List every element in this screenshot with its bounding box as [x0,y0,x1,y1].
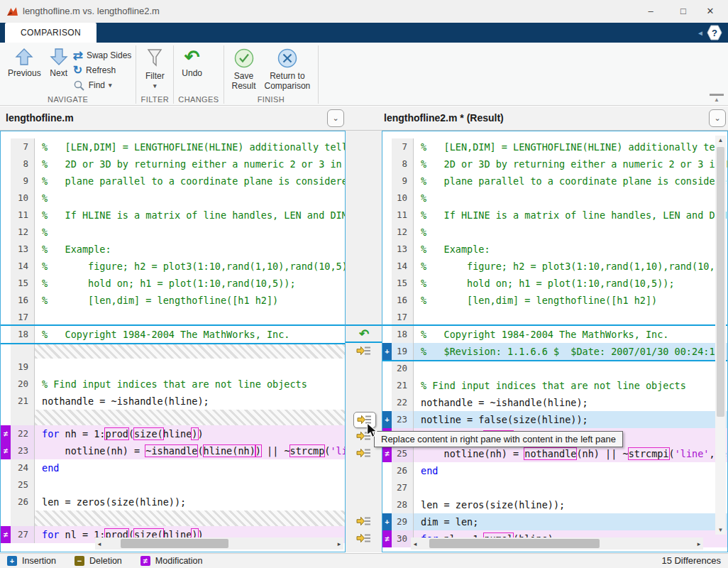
code-line[interactable]: 25 [1,476,345,493]
scroll-left-icon[interactable]: ◂ [95,540,104,547]
code-line[interactable]: 24end [1,459,345,476]
right-vertical-scrollbar[interactable]: ▲ ▼ [715,136,726,535]
code-line[interactable]: 10% [382,190,727,207]
code-line[interactable]: 12% [382,224,727,241]
right-horizontal-scrollbar[interactable]: ◂ ▸ [411,537,703,550]
maximize-button[interactable]: □ [671,3,695,20]
code-line[interactable]: 15% hold on; h1 = plot(1:10,rand(10,5)); [382,275,727,292]
code-line[interactable]: 26len = zeros(size(hline)); [1,493,345,510]
window-title: lengthofline.m vs. lengthofline2.m [23,6,160,16]
code-text: end [414,462,727,479]
refresh-button[interactable]: ↻Refresh [73,64,132,77]
next-button[interactable]: Next [46,45,72,78]
line-number: 27 [392,479,414,496]
code-segment: % plane parallel to a coordinate plane i… [42,175,345,187]
code-segment: % [42,192,48,204]
status-bar: +Insertion−Deletion≠Modification 15 Diff… [0,553,728,568]
minimize-button[interactable]: – [639,3,663,20]
code-segment: dim = len; [421,516,478,528]
code-line[interactable]: 16% [len,dim] = lengthofline([h1 h2]) [382,292,727,309]
scroll-track[interactable] [104,537,335,550]
help-icon[interactable]: ? [707,25,722,40]
code-line[interactable]: ≠23 notline(nh) = ~ishandle(hline(nh)) |… [1,442,345,459]
code-line[interactable]: ≠22for nh = 1:prod(size(hline)) [1,425,345,442]
code-text [414,360,727,377]
code-line[interactable]: 11% If HLINE is a matrix of line handles… [1,207,345,224]
code-line[interactable]: ≠25 notline(nh) = nothandle(nh) || ~strc… [382,445,727,462]
scroll-up-icon[interactable]: ▲ [715,137,726,143]
find-button[interactable]: Find▾ [73,79,132,92]
code-line[interactable]: 18% Copyright 1984-2004 The MathWorks, I… [1,326,345,343]
scroll-left-icon[interactable]: ◂ [411,540,419,547]
code-line[interactable]: 13% Example: [382,241,727,258]
help-control[interactable]: ◄ ? [697,25,722,40]
code-line[interactable]: +19% $Revision: 1.1.6.6 $ $Date: 2007/01… [382,343,727,360]
code-line[interactable]: 16% [len,dim] = lengthofline([h1 h2]) [1,292,345,309]
code-line[interactable]: 18% Copyright 1984-2004 The MathWorks, I… [382,326,727,343]
scroll-right-icon[interactable]: ▸ [335,540,343,547]
line-number: 22 [392,394,414,411]
code-segment: hline [163,428,192,439]
code-line[interactable]: 7% [LEN,DIM] = LENGTHOFLINE(HLINE) addit… [1,138,345,155]
code-line[interactable]: 8% 2D or 3D by returning either a numeri… [1,155,345,173]
code-line[interactable]: 14% figure; h2 = plot3(1:10,rand(1,10),r… [1,258,345,275]
code-line[interactable]: 17 [382,309,727,326]
hatch-row [1,410,345,425]
code-line[interactable]: 17 [1,309,345,326]
marker-column [1,155,11,173]
code-line[interactable]: 28len = zeros(size(hline)); [382,496,727,513]
collapse-toolstrip-button[interactable]: ▲ [710,94,724,105]
code-text: for nh = 1:prod(size(hline)) [35,425,345,442]
code-line[interactable]: 19 [1,359,345,376]
code-line[interactable]: 13% Example: [1,241,345,258]
scroll-right-icon[interactable]: ▸ [695,540,703,547]
close-button[interactable]: ✕ [698,3,722,20]
replace-content-button[interactable] [353,446,375,461]
code-line[interactable]: 22nothandle = ~ishandle(hline); [382,394,727,411]
marker-column [1,359,11,376]
left-pane-menu-button[interactable]: ⌄ [327,109,344,127]
code-line[interactable]: 21% Find input indices that are not line… [382,377,727,394]
toolbar-separator [318,45,319,104]
marker-column: ≠ [382,530,392,547]
code-line[interactable]: 20% Find input indices that are not line… [1,376,345,393]
code-line[interactable]: 9% plane parallel to a coordinate plane … [382,173,727,190]
code-line[interactable]: 7% [LEN,DIM] = LENGTHOFLINE(HLINE) addit… [382,138,727,155]
code-line[interactable]: 20 [382,360,727,377]
code-line[interactable]: 12% [1,224,345,241]
replace-content-button[interactable] [353,531,375,546]
scroll-thumb[interactable] [429,539,600,548]
tab-comparison[interactable]: COMPARISON [5,23,96,43]
scroll-down-icon[interactable]: ▼ [715,527,726,533]
filter-button[interactable]: Filter▾ [140,45,169,89]
replace-content-button[interactable] [353,344,375,359]
line-number: 7 [11,138,35,155]
code-line[interactable]: 9% plane parallel to a coordinate plane … [1,173,345,190]
code-line[interactable]: +29dim = len; [382,513,727,530]
undo-button[interactable]: ↶Undo [178,45,206,78]
save-result-button[interactable]: Save Result [228,45,260,91]
code-line[interactable]: 11% If HLINE is a matrix of line handles… [382,207,727,224]
code-line[interactable]: 10% [1,190,345,207]
previous-button[interactable]: Previous [4,45,45,78]
marker-column [382,462,392,479]
code-line[interactable]: 14% figure; h2 = plot3(1:10,rand(1,10),r… [382,258,727,275]
swap-sides-button[interactable]: ⇄Swap Sides [73,49,132,62]
line-number: 21 [11,393,35,410]
scroll-track[interactable] [419,537,695,550]
code-text: % plane parallel to a coordinate plane i… [414,173,727,190]
code-line[interactable]: 15% hold on; h1 = plot(1:10,rand(10,5)); [1,275,345,292]
scroll-thumb[interactable] [121,539,228,548]
code-line[interactable]: +23notline = false(size(hline)); [382,411,727,428]
undo-change-button[interactable]: ↶ [353,327,375,342]
code-line[interactable]: 26end [382,462,727,479]
replace-content-button[interactable] [353,514,375,529]
scroll-thumb[interactable] [717,147,724,417]
line-number: 16 [11,292,35,309]
code-line[interactable]: 21nothandle = ~ishandle(hline); [1,393,345,410]
code-line[interactable]: 8% 2D or 3D by returning either a numeri… [382,155,727,173]
code-line[interactable]: 27 [382,479,727,496]
left-horizontal-scrollbar[interactable]: ◂ ▸ [95,537,343,550]
right-pane-menu-button[interactable]: ⌄ [709,109,726,127]
return-to-comparison-button[interactable]: Return to Comparison [261,45,314,91]
